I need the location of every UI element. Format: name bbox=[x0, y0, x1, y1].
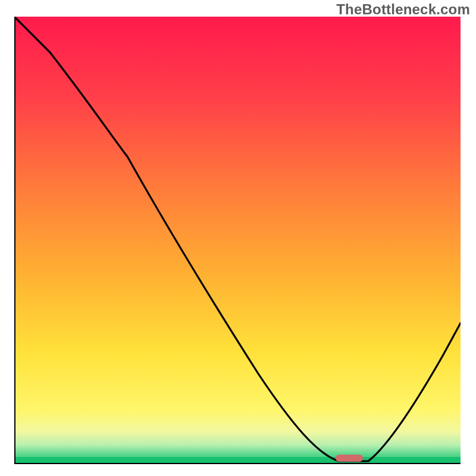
green-strip bbox=[14, 457, 461, 463]
optimal-marker bbox=[336, 455, 363, 462]
x-axis bbox=[14, 463, 461, 464]
chart-stage: TheBottleneck.com bbox=[0, 0, 476, 476]
gradient-background bbox=[14, 17, 461, 463]
watermark-text: TheBottleneck.com bbox=[336, 1, 470, 18]
plot-area bbox=[14, 17, 461, 463]
plot-svg bbox=[14, 17, 461, 463]
y-axis bbox=[14, 17, 15, 464]
